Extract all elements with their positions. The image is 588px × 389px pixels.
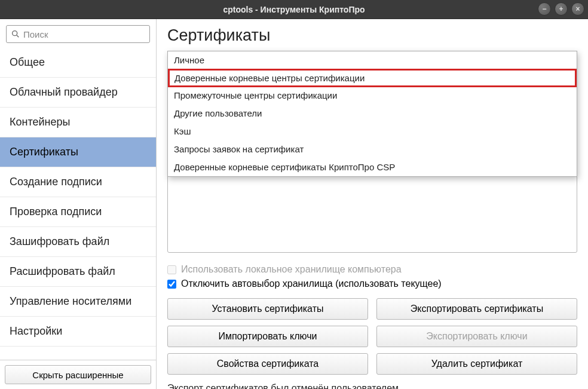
sidebar-item[interactable]: Зашифровать файл [0, 227, 156, 257]
use-local-store-label: Использовать локальное хранилище компьют… [181, 264, 402, 275]
sidebar-item[interactable]: Проверка подписи [0, 197, 156, 227]
sidebar-item[interactable]: Контейнеры [0, 108, 156, 137]
export-certs-button[interactable]: Экспортировать сертификаты [376, 298, 577, 320]
sidebar-item[interactable]: Общее [0, 48, 156, 78]
store-dropdown-option[interactable]: Запросы заявок на сертификат [168, 140, 577, 158]
use-local-store-checkbox-row: Использовать локальное хранилище компьют… [167, 262, 577, 277]
checkbox-group: Использовать локальное хранилище компьют… [167, 262, 577, 291]
use-local-store-checkbox [167, 265, 176, 274]
export-keys-button: Экспортировать ключи [376, 326, 577, 347]
store-dropdown-option[interactable]: Доверенные корневые центры сертификации [168, 69, 577, 87]
sidebar-nav: ОбщееОблачный провайдерКонтейнерыСертифи… [0, 48, 156, 360]
import-keys-button[interactable]: Импортировать ключи [167, 326, 368, 347]
disable-autoselect-label: Отключить автовыбор хранилища (использов… [181, 278, 442, 289]
store-dropdown-option[interactable]: Доверенные корневые сертификаты КриптоПр… [168, 158, 577, 176]
cert-properties-button[interactable]: Свойства сертификата [167, 353, 368, 375]
sidebar-item[interactable]: Облачный провайдер [0, 78, 156, 108]
toggle-advanced-button[interactable]: Скрыть расширенные [5, 365, 151, 384]
sidebar-item[interactable]: Управление носителями [0, 287, 156, 317]
sidebar-item[interactable]: Расшифровать файл [0, 257, 156, 287]
main-pane: Сертификаты ЛичноеДоверенные корневые це… [157, 19, 588, 389]
close-button[interactable]: × [571, 2, 584, 16]
store-dropdown-list: ЛичноеДоверенные корневые центры сертифи… [167, 51, 577, 177]
delete-cert-button[interactable]: Удалить сертификат [376, 353, 577, 375]
store-dropdown-option[interactable]: Личное [168, 51, 577, 69]
install-certs-button[interactable]: Установить сертификаты [167, 298, 368, 320]
svg-point-0 [13, 31, 17, 36]
window-controls: − + × [538, 2, 584, 16]
certificate-list[interactable] [167, 170, 577, 253]
search-wrap [0, 19, 156, 48]
page-title: Сертификаты [167, 26, 577, 45]
action-buttons: Установить сертификаты Экспортировать се… [167, 298, 577, 375]
disable-autoselect-checkbox-row[interactable]: Отключить автовыбор хранилища (использов… [167, 277, 577, 291]
search-icon [11, 29, 20, 39]
search-input[interactable] [6, 25, 150, 43]
store-dropdown-option[interactable]: Кэш [168, 122, 577, 140]
disable-autoselect-checkbox[interactable] [167, 280, 176, 289]
app-body: ОбщееОблачный провайдерКонтейнерыСертифи… [0, 19, 588, 389]
sidebar-item[interactable]: Настройки [0, 317, 156, 347]
sidebar-item[interactable]: Сертификаты [0, 137, 156, 167]
window-title: cptools - Инструменты КриптоПро [0, 5, 588, 14]
store-dropdown-option[interactable]: Другие пользователи [168, 105, 577, 122]
store-dropdown-option[interactable]: Промежуточные центры сертификации [168, 87, 577, 105]
svg-line-1 [17, 35, 19, 37]
sidebar: ОбщееОблачный провайдерКонтейнерыСертифи… [0, 19, 157, 389]
minimize-button[interactable]: − [538, 2, 551, 16]
sidebar-footer: Скрыть расширенные [0, 360, 156, 389]
status-text: Экспорт сертификатов был отменён пользов… [167, 383, 577, 389]
maximize-button[interactable]: + [555, 2, 568, 16]
sidebar-item[interactable]: Создание подписи [0, 167, 156, 197]
title-bar: cptools - Инструменты КриптоПро − + × [0, 0, 588, 19]
